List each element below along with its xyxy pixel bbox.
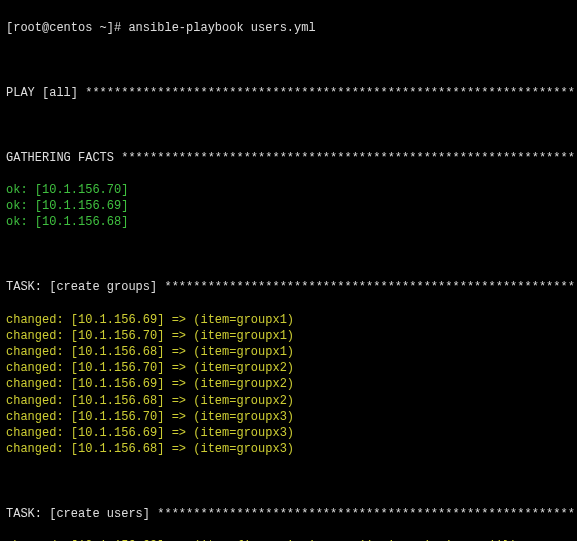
- group-line: changed: [10.1.156.69] => (item=groupx1): [6, 312, 571, 328]
- group-line: changed: [10.1.156.70] => (item=groupx1): [6, 328, 571, 344]
- blank: [6, 53, 571, 69]
- group-line: changed: [10.1.156.70] => (item=groupx3): [6, 409, 571, 425]
- groups-results: changed: [10.1.156.69] => (item=groupx1)…: [6, 312, 571, 458]
- fact-line: ok: [10.1.156.69]: [6, 198, 571, 214]
- group-line: changed: [10.1.156.69] => (item=groupx3): [6, 425, 571, 441]
- blank: [6, 473, 571, 489]
- facts-results: ok: [10.1.156.70]ok: [10.1.156.69]ok: [1…: [6, 182, 571, 231]
- group-line: changed: [10.1.156.68] => (item=groupx2): [6, 393, 571, 409]
- prompt-line: [root@centos ~]# ansible-playbook users.…: [6, 20, 571, 36]
- blank: [6, 117, 571, 133]
- shell-prompt: [root@centos ~]#: [6, 21, 121, 35]
- task-groups-header: TASK: [create groups] ******************…: [6, 279, 571, 295]
- group-line: changed: [10.1.156.68] => (item=groupx1): [6, 344, 571, 360]
- command: ansible-playbook users.yml: [128, 21, 315, 35]
- play-header: PLAY [all] *****************************…: [6, 85, 571, 101]
- task-users-header: TASK: [create users] *******************…: [6, 506, 571, 522]
- terminal-output: [root@centos ~]# ansible-playbook users.…: [6, 20, 571, 541]
- blank: [6, 247, 571, 263]
- fact-line: ok: [10.1.156.68]: [6, 214, 571, 230]
- gathering-facts-header: GATHERING FACTS ************************…: [6, 150, 571, 166]
- group-line: changed: [10.1.156.68] => (item=groupx3): [6, 441, 571, 457]
- group-line: changed: [10.1.156.69] => (item=groupx2): [6, 376, 571, 392]
- fact-line: ok: [10.1.156.70]: [6, 182, 571, 198]
- group-line: changed: [10.1.156.70] => (item=groupx2): [6, 360, 571, 376]
